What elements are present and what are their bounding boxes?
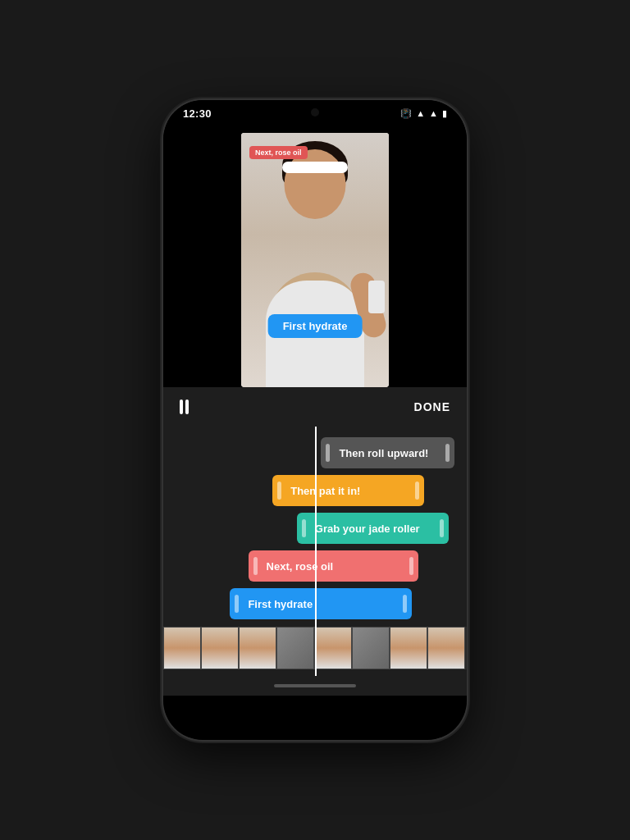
handle-left[interactable] [326, 444, 330, 462]
handle-left[interactable] [253, 557, 258, 575]
filmstrip-frame [163, 627, 201, 669]
caption-bar-teal[interactable]: Grab your jade roller [297, 513, 449, 544]
filmstrip-frame [276, 627, 314, 669]
pause-bar-right [185, 399, 189, 414]
timeline-area: Then roll upward! Then pat it in! [163, 427, 467, 676]
caption-bar-yellow[interactable]: Then pat it in! [272, 475, 424, 506]
caption-text-3: Grab your jade roller [305, 523, 430, 535]
video-background [241, 133, 389, 387]
done-button[interactable]: DONE [414, 400, 450, 413]
product-bottle [368, 281, 385, 313]
status-time: 12:30 [183, 107, 212, 120]
phone-device: 12:30 📳 ▲ ▲ ▮ [163, 100, 467, 740]
editor-toolbar: DONE [163, 387, 467, 427]
handle-right[interactable] [409, 557, 413, 575]
filmstrip-frame [390, 627, 427, 669]
phone-screen: 12:30 📳 ▲ ▲ ▮ [163, 100, 467, 740]
handle-right[interactable] [445, 444, 450, 462]
filmstrip-frame [239, 627, 276, 669]
filmstrip-frames [163, 627, 465, 669]
overlay-label-red: Next, rose oil [249, 146, 308, 159]
home-indicator [163, 676, 467, 696]
handle-left[interactable] [235, 595, 239, 613]
caption-text-5: First hydrate [238, 598, 322, 610]
camera-dot [311, 108, 319, 116]
wifi-icon: ▲ [416, 108, 425, 118]
caption-text-4: Next, rose oil [257, 560, 344, 573]
handle-left[interactable] [302, 519, 306, 537]
caption-bar-salmon[interactable]: Next, rose oil [249, 550, 418, 582]
headband [282, 162, 348, 173]
status-icons: 📳 ▲ ▲ ▮ [400, 108, 447, 119]
filmstrip-frame [352, 627, 390, 669]
filmstrip-frame [314, 627, 352, 669]
signal-icon: ▲ [429, 108, 438, 118]
playhead-line [315, 427, 317, 676]
head [285, 149, 346, 219]
handle-right[interactable] [440, 519, 444, 537]
battery-icon: ▮ [442, 108, 447, 119]
pause-button[interactable] [180, 399, 189, 414]
filmstrip-frame [427, 627, 465, 669]
caption-bar-grey[interactable]: Then roll upward! [321, 437, 454, 468]
overlay-label-blue: First hydrate [268, 314, 363, 338]
caption-text-2: Then pat it in! [281, 485, 370, 497]
video-preview: Next, rose oil First hydrate [241, 133, 389, 387]
filmstrip-frame [201, 627, 239, 669]
caption-text-1: Then roll upward! [329, 447, 438, 459]
caption-bar-blue[interactable]: First hydrate [230, 588, 412, 619]
handle-left[interactable] [277, 482, 281, 500]
pause-bar-left [180, 399, 183, 414]
vibrate-icon: 📳 [400, 108, 412, 119]
handle-right[interactable] [403, 595, 407, 613]
status-bar: 12:30 📳 ▲ ▲ ▮ [163, 100, 467, 126]
handle-right[interactable] [415, 482, 419, 500]
editor-panel: DONE Then roll upward! [163, 387, 467, 696]
home-bar [274, 684, 356, 687]
